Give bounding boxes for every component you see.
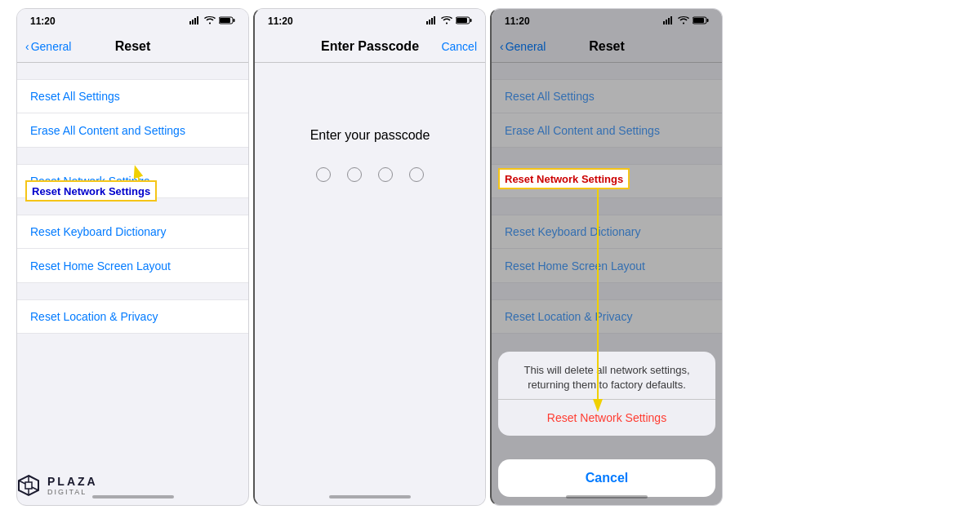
phone2-time: 11:20	[268, 16, 293, 27]
phone2-cancel-button[interactable]: Cancel	[441, 40, 477, 53]
phone1-gap-2	[17, 148, 248, 164]
logo-text-container: PLAZA digital	[47, 475, 98, 497]
svg-line-28	[32, 487, 38, 490]
logo-area: PLAZA digital	[16, 473, 98, 498]
phone1-item-keyboard[interactable]: Reset Keyboard Dictionary	[17, 215, 248, 249]
phone-3: 11:20 ‹ General	[490, 8, 723, 506]
phone1-back-label[interactable]: General	[31, 40, 72, 53]
phone2-passcode-dots	[316, 167, 424, 182]
phone2-status-icons	[426, 16, 472, 26]
phone3-dialog-content: This will delete all network settings, r…	[498, 352, 715, 399]
phone1-back-chevron: ‹	[25, 40, 29, 53]
svg-rect-6	[220, 18, 230, 23]
svg-rect-2	[194, 18, 196, 24]
phone1-time: 11:20	[30, 16, 56, 27]
svg-rect-14	[457, 18, 467, 23]
phone1-gap-1	[17, 63, 248, 79]
svg-rect-1	[192, 20, 194, 24]
svg-rect-10	[431, 18, 433, 24]
phone2-home-indicator	[329, 495, 411, 498]
svg-rect-11	[434, 16, 435, 24]
phone1-wifi-icon	[204, 16, 216, 26]
phone1-item-location[interactable]: Reset Location & Privacy	[17, 299, 248, 334]
logo-brand-name: PLAZA	[47, 475, 98, 489]
main-container: 11:20 ‹ General	[0, 0, 980, 514]
phone1-annotation-text: Reset Network Settings	[32, 185, 150, 197]
phone3-confirm-dialog: This will delete all network settings, r…	[498, 352, 715, 436]
phone2-passcode-screen: Enter your passcode	[255, 63, 485, 506]
svg-rect-0	[189, 21, 191, 24]
phones-area: 11:20 ‹ General	[0, 0, 980, 514]
phone1-nav-title: Reset	[115, 39, 151, 54]
phone2-passcode-label: Enter your passcode	[310, 128, 430, 143]
phone3-annotation-top: Reset Network Settings	[498, 168, 630, 189]
svg-line-27	[19, 481, 25, 484]
svg-rect-9	[429, 20, 430, 24]
svg-rect-8	[426, 21, 428, 24]
phone1-battery-icon	[219, 16, 235, 26]
phone1-item-erase[interactable]: Erase All Content and Settings	[17, 113, 248, 148]
phone3-dialog-action-btn[interactable]: Reset Network Settings	[498, 399, 715, 436]
phone2-nav-bar: Enter Passcode Cancel	[255, 32, 485, 63]
phone1-signal-icon	[189, 16, 201, 26]
phone2-status-bar: 11:20	[255, 9, 485, 32]
phone2-nav-title: Enter Passcode	[321, 39, 419, 54]
phone2-dot-4	[409, 167, 424, 182]
phone1-status-icons	[189, 16, 235, 26]
logo-sub-text: digital	[47, 488, 98, 496]
phone2-dot-2	[347, 167, 362, 182]
phone1-nav-bar: ‹ General Reset	[17, 32, 248, 63]
phone2-dot-3	[378, 167, 393, 182]
phone3-home-indicator	[566, 495, 648, 498]
phone3-dialog-text: This will delete all network settings, r…	[511, 363, 702, 392]
svg-rect-13	[470, 19, 472, 22]
phone1-item-home-screen[interactable]: Reset Home Screen Layout	[17, 249, 248, 283]
svg-rect-3	[197, 16, 198, 24]
phone-1: 11:20 ‹ General	[16, 8, 249, 506]
phone1-gap-4	[17, 283, 248, 299]
svg-rect-5	[234, 19, 235, 22]
phone2-battery-icon	[456, 16, 472, 26]
phone1-item-reset-all[interactable]: Reset All Settings	[17, 79, 248, 113]
plaza-digital-logo-icon	[16, 473, 41, 498]
phone2-signal-icon	[426, 16, 438, 26]
phone2-dot-1	[316, 167, 331, 182]
phone3-cancel-btn[interactable]: Cancel	[498, 459, 715, 497]
phone1-annotation-label: Reset Network Settings	[25, 180, 157, 202]
phone1-back-button[interactable]: ‹ General	[25, 40, 71, 53]
phone3-annotation-top-text: Reset Network Settings	[505, 173, 623, 185]
phone-2: 11:20 Enter Passcode Cancel	[253, 8, 486, 506]
phone2-passcode-content: Enter your passcode	[255, 63, 485, 198]
svg-rect-24	[25, 482, 32, 489]
phone1-home-indicator	[92, 495, 174, 498]
phone1-status-bar: 11:20	[17, 9, 248, 32]
phone2-wifi-icon	[441, 16, 452, 26]
